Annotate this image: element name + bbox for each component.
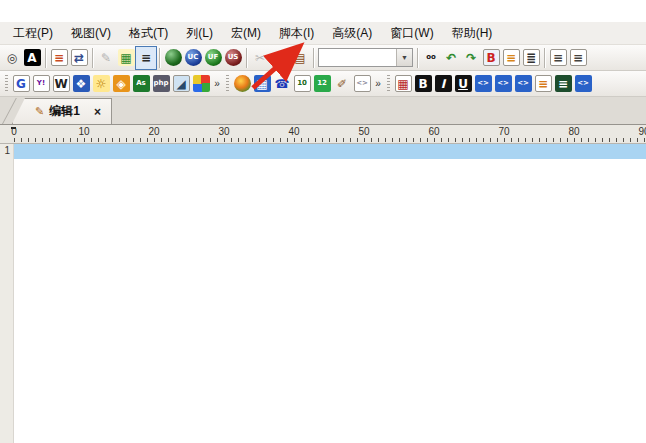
calendar-10-icon: 10 — [294, 75, 311, 92]
lamp-icon: ☼ — [93, 75, 110, 92]
cut-button[interactable]: ✂ — [250, 47, 270, 69]
find-button[interactable]: oo — [421, 47, 441, 69]
toolbar-grip[interactable] — [226, 75, 229, 93]
tool-php-button[interactable]: php — [151, 73, 171, 95]
search-wikipedia-button[interactable]: W — [51, 73, 71, 95]
doc-properties-button[interactable]: ≡ — [49, 47, 69, 69]
tool-lamp-button[interactable]: ☼ — [91, 73, 111, 95]
font-button[interactable]: A — [22, 47, 42, 69]
toolbar-separator — [313, 48, 314, 68]
menu-item-7[interactable]: 高级(A) — [323, 22, 381, 45]
uc-sphere-icon: UC — [185, 49, 202, 66]
code-insert-1-button[interactable]: <> — [473, 73, 493, 95]
tool-table-edit-button[interactable]: ▦ — [393, 73, 413, 95]
windows-colors-icon — [193, 75, 210, 92]
menu-item-5[interactable]: 宏(M) — [222, 22, 270, 45]
table-numbers-icon: ▦ — [254, 75, 271, 92]
google-g-icon: G — [13, 75, 30, 92]
code-tag-icon: <> — [475, 75, 492, 92]
document-lines-icon: ≡ — [51, 49, 68, 66]
paragraph-left-button[interactable]: ≡ — [548, 47, 568, 69]
color-picker-button[interactable] — [232, 73, 252, 95]
toolbar-grip[interactable] — [5, 75, 8, 93]
tab-close-icon[interactable]: × — [94, 105, 101, 119]
code-insert-2-button[interactable]: <> — [493, 73, 513, 95]
uf-tool-button[interactable]: UF — [203, 47, 223, 69]
paragraph-right-button[interactable]: ≡ — [568, 47, 588, 69]
menu-bar: 工程(P)视图(V)格式(T)列(L)宏(M)脚本(I)高级(A)窗口(W)帮助… — [0, 22, 646, 45]
tool-windows-button[interactable] — [191, 73, 211, 95]
print-preview-button[interactable]: ◎ — [2, 47, 22, 69]
date-12-03-icon: 12 — [314, 75, 331, 92]
menu-item-3[interactable]: 格式(T) — [120, 22, 177, 45]
replace-b-icon: B — [483, 49, 500, 66]
find-combobox[interactable]: ▼ — [318, 48, 413, 67]
column-mode-button[interactable]: ▦ — [116, 47, 136, 69]
combobox-dropdown-icon[interactable]: ▼ — [396, 49, 412, 66]
tool-date-button[interactable]: 12 — [312, 73, 332, 95]
us-tool-button[interactable]: US — [223, 47, 243, 69]
color-sphere-icon — [234, 75, 251, 92]
menu-item-9[interactable]: 帮助(H) — [443, 22, 502, 45]
tool-calendar-button[interactable]: 10 — [292, 73, 312, 95]
list-colored-button[interactable]: ≡ — [533, 73, 553, 95]
word-wrap-button[interactable]: ⇄ — [69, 47, 89, 69]
browser-preview-button[interactable] — [163, 47, 183, 69]
underline-icon: U — [455, 75, 472, 92]
underline-button[interactable]: U — [453, 73, 473, 95]
tool-table-button[interactable]: ▦ — [252, 73, 272, 95]
document-search-icon: ≡ — [503, 49, 520, 66]
paste-button[interactable]: ▤ — [290, 47, 310, 69]
ruler-number: 40 — [288, 126, 299, 137]
ultracompare-button[interactable]: UC — [183, 47, 203, 69]
toolbar-grip[interactable] — [387, 75, 390, 93]
find-next-button[interactable]: ↷ — [461, 47, 481, 69]
code-insert-4-button[interactable]: <> — [573, 73, 593, 95]
find-in-files-button[interactable]: ≡ — [501, 47, 521, 69]
tool-dev-button[interactable]: ❖ — [71, 73, 91, 95]
list-dark-button[interactable]: ≡ — [553, 73, 573, 95]
toolbar-row-1: ◎A≡⇄✎▦≡UCUFUS✂❐▤▼oo↶↷B≡≣≡≡ — [0, 45, 646, 71]
arrow-curl-left-icon: ↶ — [443, 49, 460, 66]
tool-image-button[interactable]: ◢ — [171, 73, 191, 95]
menu-item-4[interactable]: 列(L) — [177, 22, 222, 45]
menu-item-1[interactable]: 工程(P) — [4, 22, 62, 45]
toolbar-row-2: GY!W❖☼◈Asphp◢»▦☎1012✐<>»▦BIU<><><>≡≡<> — [0, 71, 646, 97]
list-view-button[interactable]: ≡ — [136, 47, 156, 69]
image-icon: ◢ — [173, 75, 190, 92]
us-sphere-icon: US — [225, 49, 242, 66]
binoculars-icon: oo — [423, 49, 440, 66]
replace-button[interactable]: B — [481, 47, 501, 69]
find-prev-button[interactable]: ↶ — [441, 47, 461, 69]
titlebar-space — [0, 0, 646, 22]
tool-phone-button[interactable]: ☎ — [272, 73, 292, 95]
copy-button[interactable]: ❐ — [270, 47, 290, 69]
toolbar2-overflow-1[interactable]: » — [211, 78, 223, 89]
toolbar2-overflow-2[interactable]: » — [372, 78, 384, 89]
edit-template-button[interactable]: ✎ — [96, 47, 116, 69]
document-binoculars-icon: ≣ — [523, 49, 540, 66]
find-results-button[interactable]: ≣ — [521, 47, 541, 69]
scissors-icon: ✂ — [252, 49, 269, 66]
menu-item-6[interactable]: 脚本(I) — [270, 22, 323, 45]
tool-actionscript-button[interactable]: As — [131, 73, 151, 95]
tab-edit1[interactable]: ✎ 编辑1 × — [12, 98, 112, 124]
tool-orange-button[interactable]: ◈ — [111, 73, 131, 95]
menu-item-2[interactable]: 视图(V) — [62, 22, 120, 45]
search-google-button[interactable]: G — [11, 73, 31, 95]
phone-icon: ☎ — [274, 75, 291, 92]
bold-button[interactable]: B — [413, 73, 433, 95]
code-tag-icon: <> — [515, 75, 532, 92]
editor-area[interactable] — [14, 144, 646, 443]
list-dark-icon: ≡ — [555, 75, 572, 92]
arrow-curl-right-icon: ↷ — [463, 49, 480, 66]
search-yahoo-button[interactable]: Y! — [31, 73, 51, 95]
list-icon: ≡ — [138, 49, 155, 66]
edit-pencil-icon: ✎ — [35, 105, 44, 118]
tool-brush-button[interactable]: ✐ — [332, 73, 352, 95]
menu-item-8[interactable]: 窗口(W) — [381, 22, 442, 45]
code-insert-3-button[interactable]: <> — [513, 73, 533, 95]
line-number: 1 — [0, 144, 13, 159]
tool-xml-button[interactable]: <> — [352, 73, 372, 95]
italic-button[interactable]: I — [433, 73, 453, 95]
